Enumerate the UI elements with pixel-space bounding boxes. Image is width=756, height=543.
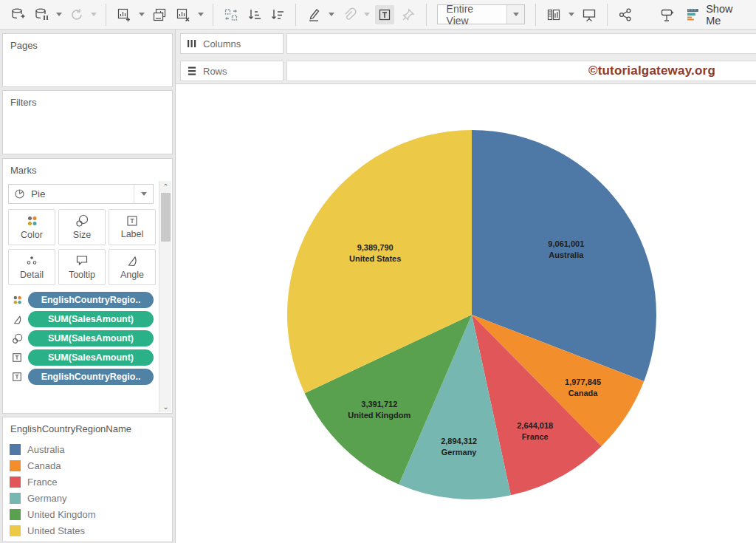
label-pill-2[interactable]: EnglishCountryRegio.. [28,369,154,385]
label-icon [7,352,27,363]
legend-item[interactable]: United States [3,522,172,539]
color-icon [26,215,38,228]
pie-type-icon [14,188,25,199]
mark-type-caret-icon[interactable] [134,185,153,203]
tooltip-icon [75,254,89,267]
presentation-mode-icon[interactable] [580,5,599,24]
legend-list: Australia Canada France Germany United K… [3,441,172,539]
filters-label: Filters [3,91,172,108]
toolbar-separator [535,4,536,26]
refresh-datasource-icon[interactable] [67,5,86,24]
color-button[interactable]: Color [8,209,55,245]
color-pill[interactable]: EnglishCountryRegio.. [28,292,154,308]
show-me-button[interactable]: Show Me [687,3,750,27]
mark-type-dropdown[interactable]: Pie [8,184,154,204]
columns-shelf-droparea[interactable] [286,33,756,54]
angle-icon [7,314,27,325]
share-workbook-icon[interactable] [616,5,635,24]
angle-button[interactable]: Angle [109,249,156,285]
angle-icon [126,254,139,267]
pie-chart [176,84,756,543]
legend-title: EnglishCountryRegionName [3,417,172,434]
left-sidebar: Pages Filters Marks Pie Color Size [0,30,175,543]
detail-button[interactable]: Detail [8,249,55,285]
size-button[interactable]: Size [58,209,106,245]
mark-type-value: Pie [31,188,134,199]
legend-item[interactable]: United Kingdom [3,506,172,522]
label-button[interactable]: Label [109,209,156,245]
show-mark-labels-icon[interactable] [375,5,394,24]
legend-item[interactable]: Germany [3,490,172,506]
swap-rows-columns-icon[interactable] [221,5,241,24]
chart-canvas: 9,061,001Australia1,977,845Canada2,644,0… [176,83,756,543]
new-worksheet-icon[interactable] [114,5,134,24]
size-button-label: Size [73,230,91,240]
tooltip-button-label: Tooltip [69,270,95,280]
angle-pill[interactable]: SUM(SalesAmount) [28,311,154,327]
angle-button-label: Angle [120,270,144,280]
group-caret-icon[interactable] [364,13,370,16]
color-button-label: Color [21,230,43,240]
new-worksheet-caret-icon[interactable] [139,13,145,16]
rows-shelf-droparea[interactable]: ©tutorialgateway.org [286,61,756,81]
legend-item[interactable]: Canada [3,457,172,474]
fit-selector[interactable]: Entire View [437,4,526,24]
group-members-icon[interactable] [340,5,359,24]
marks-card: Marks Pie Color Size Label [2,158,173,414]
detail-button-label: Detail [20,270,44,280]
legend-item[interactable]: Australia [3,441,172,457]
pill-row: SUM(SalesAmount) [3,348,154,367]
legend-item[interactable]: France [3,474,172,490]
marks-scrollbar[interactable]: ⌃ ⌄ [159,181,171,412]
sort-ascending-icon[interactable] [245,5,264,24]
show-me-label: Show Me [706,3,750,27]
filters-shelf[interactable]: Filters [2,90,173,154]
color-icon [7,295,27,306]
columns-label-text: Columns [203,38,241,49]
pause-auto-updates-icon[interactable] [32,5,51,24]
tooltip-button[interactable]: Tooltip [58,249,106,285]
size-icon [75,214,89,228]
marks-title: Marks [3,159,172,176]
add-datasource-icon[interactable] [8,5,27,24]
fix-axes-icon[interactable] [399,5,418,24]
show-me-icon [687,7,701,21]
detail-icon [25,254,38,267]
scrollbar-thumb[interactable] [161,193,171,242]
pages-shelf[interactable]: Pages [2,33,173,87]
legend-swatch [10,525,21,536]
toolbar-separator [106,4,106,26]
clear-sheet-icon[interactable] [173,5,193,24]
label-icon [7,372,27,382]
toolbar-separator [295,4,296,26]
highlight-icon[interactable] [304,5,323,24]
columns-icon [187,38,197,49]
pill-row: SUM(SalesAmount) [3,329,154,348]
sort-descending-icon[interactable] [269,5,288,24]
highlight-caret-icon[interactable] [329,13,334,16]
label-pill[interactable]: SUM(SalesAmount) [28,349,154,366]
worksheet-area: Columns Rows ©tutorialgateway.org 9,061,… [175,30,756,543]
legend-label: United Kingdom [27,509,96,520]
size-pill[interactable]: SUM(SalesAmount) [28,330,154,346]
scroll-down-icon[interactable]: ⌄ [159,401,172,412]
tooltip-signpost-icon[interactable] [659,5,678,24]
duplicate-sheet-icon[interactable] [150,5,169,24]
legend-label: Australia [27,444,65,455]
fit-selector-value: Entire View [438,3,507,27]
show-cards-icon[interactable] [544,5,563,24]
columns-shelf-label: Columns [180,33,284,54]
pill-row: EnglishCountryRegio.. [3,290,154,310]
toolbar: Entire View Show Me [0,0,756,30]
fit-selector-caret-icon[interactable] [506,5,524,24]
clear-sheet-caret-icon[interactable] [198,13,204,16]
scroll-up-icon[interactable]: ⌃ [159,181,172,192]
legend-label: Germany [27,493,66,504]
legend-label: France [27,477,57,488]
refresh-caret-icon[interactable] [91,13,97,16]
pages-label: Pages [3,34,172,51]
show-cards-caret-icon[interactable] [568,13,574,16]
rows-icon [187,66,197,76]
toolbar-separator [607,4,608,26]
pause-updates-caret-icon[interactable] [56,13,62,16]
